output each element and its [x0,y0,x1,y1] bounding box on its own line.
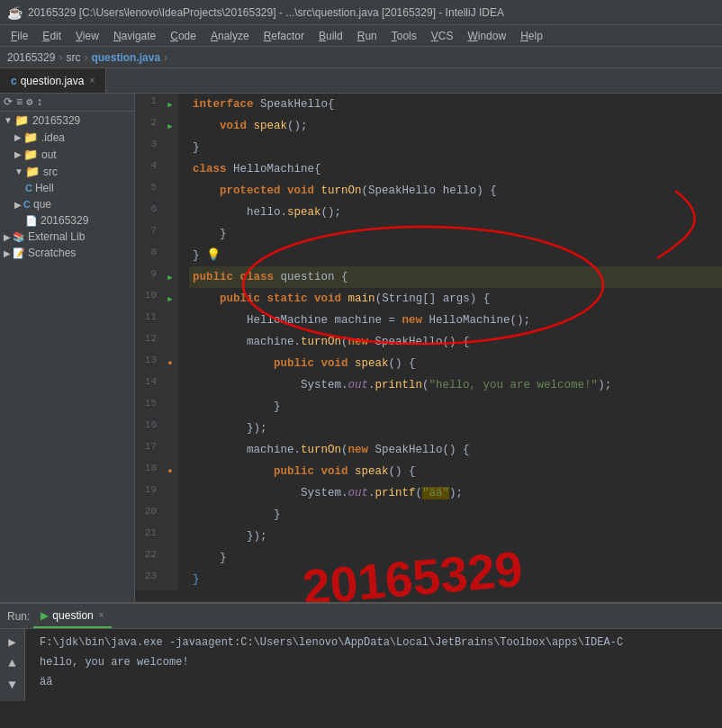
line-body-19: System.out.printf("äã"); [189,482,722,504]
line-marker-19 [162,482,178,504]
run-gutter-10[interactable]: ▶ [167,294,172,304]
tab-label: question.java [21,75,85,87]
play-button[interactable]: ▶ [4,633,22,651]
arrow-icon: ▶ [14,149,22,159]
code-line-14: 14 System.out.println("hello, you are we… [135,374,722,396]
menu-view[interactable]: View [68,30,106,42]
sidebar-item-file[interactable]: 📄 20165329 [0,212,134,229]
menu-analyze[interactable]: Analyze [203,30,257,42]
sync-icon[interactable]: ⟳ [4,95,13,109]
line-number-16: 16 [135,418,162,439]
tab-question-java[interactable]: c question.java × [0,68,106,93]
menu-vcs[interactable]: VCS [424,30,461,42]
sidebar-item-label: Scratches [28,247,76,259]
menu-navigate[interactable]: Navigate [106,30,163,42]
tab-bar: c question.java × [0,68,722,94]
line-number-8: 8 [135,245,162,266]
arrow-icon: ▼ [4,115,13,125]
code-line-21: 21 }); [135,526,722,547]
line-number-1: 1 [135,94,162,115]
line-marker-9: ▶ [162,266,178,288]
sidebar-item-project[interactable]: ▼ 📁 20165329 [0,112,134,129]
code-editor[interactable]: 1 ▶ interface SpeakHello{ 2 ▶ void speak… [135,94,722,590]
gear-icon[interactable]: ⚙ [26,95,32,109]
menu-window[interactable]: Window [460,30,513,42]
collapse-icon[interactable]: ≡ [16,96,23,109]
sidebar-item-external-lib[interactable]: ▶ 📚 External Lib [0,229,134,245]
line-body-22: } [189,547,722,569]
sidebar-item-out[interactable]: ▶ 📁 out [0,146,134,163]
menu-help[interactable]: Help [513,30,550,42]
code-line-20: 20 } [135,504,722,526]
fold-12 [178,331,189,353]
fold-2 [178,115,189,137]
line-number-15: 15 [135,396,162,418]
project-folder-icon: 📁 [14,113,29,127]
line-body-14: System.out.println("hello, you are welco… [189,374,722,396]
sidebar-item-label: Hell [35,182,54,194]
idea-folder-icon: 📁 [23,130,38,144]
bp-icon-18[interactable]: ● [167,467,172,476]
line-number-20: 20 [135,504,162,526]
line-marker-23 [162,569,178,590]
sort-icon[interactable]: ↕ [36,96,42,109]
line-marker-2: ▶ [162,115,178,137]
sidebar-item-label: 20165329 [41,214,88,227]
fold-23 [178,569,189,590]
line-body-8: } 💡 [189,245,722,266]
line-marker-5 [162,180,178,202]
code-line-15: 15 } [135,396,722,418]
line-number-12: 12 [135,331,162,353]
run-gutter-2[interactable]: ▶ [167,121,172,131]
app-icon: ☕ [7,5,23,20]
sidebar-item-idea[interactable]: ▶ 📁 .idea [0,129,134,146]
bp-icon-13[interactable]: ● [167,359,172,368]
menu-refactor[interactable]: Refactor [257,30,311,42]
breadcrumb-project[interactable]: 20165329 [7,51,55,64]
line-body-2: void speak(); [189,115,722,137]
sidebar-item-hello[interactable]: C Hell [0,180,134,196]
editor-wrapper: 1 ▶ interface SpeakHello{ 2 ▶ void speak… [135,94,722,602]
menu-edit[interactable]: Edit [35,30,68,42]
line-number-6: 6 [135,202,162,223]
sidebar-item-question[interactable]: ▶ C que [0,196,134,212]
breadcrumb-file[interactable]: question.java [91,51,160,64]
line-marker-3 [162,137,178,158]
sidebar-item-label: out [41,148,57,161]
line-number-9: 9 [135,266,162,288]
line-marker-22 [162,547,178,569]
line-number-4: 4 [135,158,162,180]
run-gutter-9[interactable]: ▶ [167,273,172,283]
run-tab-question[interactable]: ▶ question × [33,604,111,628]
title-bar: ☕ 20165329 [C:\Users\lenovo\IdeaProjects… [0,0,722,25]
menu-file[interactable]: File [4,30,35,42]
fold-19 [178,482,189,504]
scroll-up-button[interactable]: ▲ [4,654,22,672]
menu-run[interactable]: Run [350,30,384,42]
line-body-23: } [189,569,722,590]
fold-22 [178,547,189,569]
run-tab-close[interactable]: × [99,610,104,620]
menu-bar: File Edit View Navigate Code Analyze Ref… [0,25,722,47]
sidebar-toolbar: ⟳ ≡ ⚙ ↕ [0,94,134,112]
fold-6 [178,202,189,223]
menu-build[interactable]: Build [311,30,350,42]
code-line-10: 10 ▶ public static void main(String[] ar… [135,288,722,310]
cmd-line: F:\jdk\bin\java.exe -javaagent:C:\Users\… [32,633,715,652]
breadcrumb-src[interactable]: src [66,51,80,64]
tab-close-button[interactable]: × [89,76,95,85]
code-line-6: 6 hello.speak(); [135,202,722,223]
menu-tools[interactable]: Tools [384,30,424,42]
sidebar-item-src[interactable]: ▼ 📁 src [0,163,134,180]
line-marker-21 [162,526,178,547]
sidebar-item-scratches[interactable]: ▶ 📝 Scratches [0,245,134,261]
line-number-5: 5 [135,180,162,202]
menu-code[interactable]: Code [163,30,203,42]
line-marker-17 [162,439,178,461]
window-title: 20165329 [C:\Users\lenovo\IdeaProjects\2… [28,6,504,19]
java-hello-icon: C [25,183,32,193]
run-gutter-1[interactable]: ▶ [167,100,172,110]
scroll-down-button[interactable]: ▼ [4,676,22,694]
java-question-icon: C [23,199,31,210]
line-number-22: 22 [135,547,162,569]
